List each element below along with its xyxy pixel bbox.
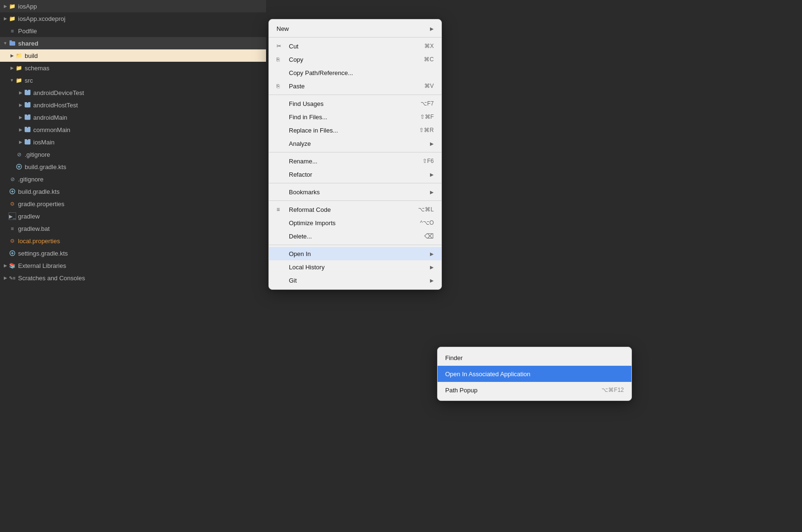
menu-label-find-files: Find in Files... xyxy=(289,114,416,121)
props-icon: ⚙ xyxy=(9,200,16,208)
tree-item-gitignore-root[interactable]: ⊘ .gitignore xyxy=(0,173,266,185)
arrow-iosmain: ▶ xyxy=(17,140,24,144)
menu-item-rename[interactable]: Rename... ⇧F6 xyxy=(269,154,441,168)
tree-item-androiddevicetest[interactable]: ▶ androidDeviceTest xyxy=(0,86,266,99)
tree-item-build[interactable]: ▶ 📁 build xyxy=(0,49,266,62)
copy-icon: ⎘ xyxy=(277,57,286,62)
submenu-label-open-associated: Open In Associated Application xyxy=(445,370,624,378)
menu-item-copy[interactable]: ⎘ Copy ⌘C xyxy=(269,53,441,66)
folder-icon-xcodeproj: 📁 xyxy=(9,15,16,22)
menu-label-find-usages: Find Usages xyxy=(289,100,417,107)
tree-item-src[interactable]: ▼ 📁 src xyxy=(0,74,266,86)
menu-item-find-usages[interactable]: Find Usages ⌥F7 xyxy=(269,97,441,110)
tree-item-scratches[interactable]: ▶ ✎≡ Scratches and Consoles xyxy=(0,272,266,284)
tree-item-androidmain[interactable]: ▶ androidMain xyxy=(0,111,266,124)
optimize-shortcut: ^⌥O xyxy=(420,219,434,226)
tree-item-iosapp[interactable]: ▶ 📁 iosApp xyxy=(0,0,266,12)
arrow-gradlew-bat xyxy=(2,226,9,231)
tree-item-commonmain[interactable]: ▶ commonMain xyxy=(0,124,266,136)
submenu-label-path-popup: Path Popup xyxy=(445,387,602,394)
menu-sep-3 xyxy=(269,152,441,152)
menu-sep-1 xyxy=(269,37,441,38)
arrow-build-gradle-root xyxy=(2,189,9,194)
find-files-shortcut: ⇧⌘F xyxy=(420,114,434,120)
gradlew-icon: ▶_ xyxy=(9,212,16,220)
menu-label-bookmarks: Bookmarks xyxy=(289,189,428,196)
label-schemas: schemas xyxy=(25,65,49,72)
menu-label-new: New xyxy=(277,25,428,32)
menu-item-optimize[interactable]: Optimize Imports ^⌥O xyxy=(269,216,441,229)
menu-item-open-in[interactable]: Open In ▶ xyxy=(269,247,441,260)
label-gradlew-bat: gradlew.bat xyxy=(18,225,50,232)
arrow-gitignore-shared xyxy=(9,152,15,157)
submenu-item-open-associated[interactable]: Open In Associated Application xyxy=(438,366,631,382)
gitignore-icon-shared: ⊘ xyxy=(15,151,23,158)
delete-shortcut: ⌫ xyxy=(424,232,434,240)
menu-item-paste[interactable]: ⎘ Paste ⌘V xyxy=(269,79,441,93)
menu-item-delete[interactable]: Delete... ⌫ xyxy=(269,229,441,243)
submenu-item-finder[interactable]: Finder xyxy=(438,350,631,366)
tree-item-gradle-properties[interactable]: ⚙ gradle.properties xyxy=(0,198,266,210)
menu-item-analyze[interactable]: Analyze ▶ xyxy=(269,137,441,150)
arrow-schemas: ▶ xyxy=(9,66,15,70)
reformat-shortcut: ⌥⌘L xyxy=(418,206,434,213)
label-xcodeproj: iosApp.xcodeproj xyxy=(18,15,66,22)
label-iosmain: iosMain xyxy=(33,139,55,146)
tree-item-external-libs[interactable]: ▶ 📚 External Libraries xyxy=(0,259,266,272)
tree-item-iosmain[interactable]: ▶ iosMain xyxy=(0,136,266,148)
tree-item-shared[interactable]: ▼ shared xyxy=(0,37,266,49)
menu-item-replace-files[interactable]: Replace in Files... ⇧⌘R xyxy=(269,124,441,137)
menu-item-bookmarks[interactable]: Bookmarks ▶ xyxy=(269,185,441,199)
menu-item-git[interactable]: Git ▶ xyxy=(269,274,441,287)
tree-item-gradlew[interactable]: ▶_ gradlew xyxy=(0,210,266,222)
settings-gradle-icon xyxy=(9,249,16,257)
tree-item-schemas[interactable]: ▶ 📁 schemas xyxy=(0,62,266,74)
submenu-item-path-popup[interactable]: Path Popup ⌥⌘F12 xyxy=(438,382,631,398)
context-menu: New ▶ ✂ Cut ⌘X ⎘ Copy ⌘C Copy Path/Refer… xyxy=(268,19,442,290)
label-iosapp: iosApp xyxy=(18,3,37,10)
menu-item-new[interactable]: New ▶ xyxy=(269,22,441,35)
folder-icon-src: 📁 xyxy=(15,76,23,84)
arrow-local-history: ▶ xyxy=(430,265,434,270)
gradlew-bat-icon: ≡ xyxy=(9,225,16,232)
svg-rect-10 xyxy=(28,114,30,116)
menu-sep-2 xyxy=(269,95,441,95)
arrow-iosapp: ▶ xyxy=(2,4,9,9)
tree-item-build-gradle-root[interactable]: build.gradle.kts xyxy=(0,185,266,198)
svg-rect-15 xyxy=(25,139,27,141)
arrow-podfile xyxy=(2,28,9,33)
tree-item-podfile[interactable]: ≡ Podfile xyxy=(0,25,266,37)
rename-shortcut: ⇧F6 xyxy=(422,158,434,164)
svg-rect-13 xyxy=(28,127,30,129)
tree-item-androidhosttest[interactable]: ▶ androidHostTest xyxy=(0,99,266,111)
label-local-properties: local.properties xyxy=(18,238,60,245)
gitignore-icon-root: ⊘ xyxy=(9,175,16,183)
tree-item-iosapp-xcodeproj[interactable]: ▶ 📁 iosApp.xcodeproj xyxy=(0,12,266,25)
tree-item-gradlew-bat[interactable]: ≡ gradlew.bat xyxy=(0,222,266,235)
menu-label-optimize: Optimize Imports xyxy=(289,219,416,227)
menu-item-copy-path[interactable]: Copy Path/Reference... xyxy=(269,66,441,79)
arrow-src: ▼ xyxy=(9,78,15,83)
reformat-icon: ≡ xyxy=(277,206,286,213)
copy-shortcut: ⌘C xyxy=(424,56,434,63)
label-shared: shared xyxy=(18,40,38,47)
tree-item-local-properties[interactable]: ⚙ local.properties xyxy=(0,235,266,247)
gradle-icon-shared xyxy=(15,163,23,171)
menu-item-cut[interactable]: ✂ Cut ⌘X xyxy=(269,39,441,53)
menu-item-refactor[interactable]: Refactor ▶ xyxy=(269,168,441,181)
menu-item-reformat[interactable]: ≡ Reformat Code ⌥⌘L xyxy=(269,203,441,216)
find-usages-shortcut: ⌥F7 xyxy=(420,100,434,107)
arrow-androidhosttest: ▶ xyxy=(17,103,24,107)
menu-item-local-history[interactable]: Local History ▶ xyxy=(269,260,441,274)
menu-item-find-files[interactable]: Find in Files... ⇧⌘F xyxy=(269,110,441,124)
local-props-icon: ⚙ xyxy=(9,237,16,245)
tree-item-build-gradle-shared[interactable]: build.gradle.kts xyxy=(0,161,266,173)
arrow-bookmarks: ▶ xyxy=(430,190,434,195)
svg-rect-4 xyxy=(28,90,30,92)
label-gradlew: gradlew xyxy=(18,213,40,220)
tree-item-gitignore-shared[interactable]: ⊘ .gitignore xyxy=(0,148,266,161)
menu-label-copy: Copy xyxy=(289,56,420,63)
label-androidmain: androidMain xyxy=(33,114,67,121)
tree-item-settings-gradle[interactable]: settings.gradle.kts xyxy=(0,247,266,259)
paste-icon: ⎘ xyxy=(277,83,286,89)
